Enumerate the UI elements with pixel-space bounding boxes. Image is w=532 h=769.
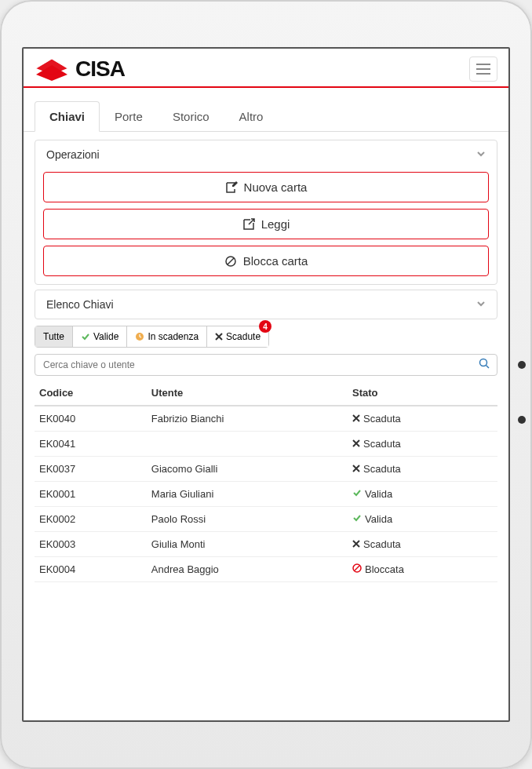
tab-altro[interactable]: Altro (224, 101, 279, 132)
cell-status: Scaduta (348, 457, 497, 482)
svg-point-3 (480, 359, 487, 366)
filter-tutte[interactable]: Tutte (35, 326, 73, 347)
col-codice: Codice (35, 381, 147, 406)
svg-line-1 (228, 258, 234, 264)
x-icon (352, 438, 360, 450)
open-icon (242, 218, 255, 231)
x-icon (352, 413, 360, 425)
cell-status: Scaduta (348, 406, 497, 432)
filter-scadute[interactable]: Scadute4 (207, 326, 268, 347)
cell-code: EK0001 (35, 482, 147, 507)
app-header: CISA (24, 49, 508, 88)
filter-valide[interactable]: Valide (73, 326, 127, 347)
main-tabs: ChiaviPorteStoricoAltro (24, 88, 508, 132)
cell-status: Valida (348, 482, 497, 507)
keys-list-panel: Elenco Chiavi TutteValideIn scadenzaScad… (35, 290, 497, 582)
filter-group: TutteValideIn scadenzaScadute4 (35, 326, 269, 348)
check-icon (352, 488, 362, 500)
cell-status: Scaduta (348, 532, 497, 557)
cell-user: Maria Giuliani (147, 482, 348, 507)
brand-logo: CISA (35, 56, 125, 82)
search-input[interactable] (35, 354, 497, 376)
edit-icon (225, 181, 238, 194)
cell-code: EK0041 (35, 432, 147, 457)
tab-storico[interactable]: Storico (158, 101, 224, 132)
clock-amber-icon (135, 332, 144, 341)
x-icon (352, 538, 360, 550)
table-row[interactable]: EK0041Scaduta (35, 432, 497, 457)
tab-chiavi[interactable]: Chiavi (35, 101, 100, 132)
x-icon (352, 463, 360, 475)
table-row[interactable]: EK0040Fabrizio BianchiScaduta (35, 406, 497, 432)
keys-table: CodiceUtenteStato EK0040Fabrizio Bianchi… (35, 381, 497, 582)
tab-porte[interactable]: Porte (100, 101, 158, 132)
chevron-down-icon (476, 149, 486, 161)
filter-in-scadenza[interactable]: In scadenza (127, 326, 207, 347)
cell-user (147, 432, 348, 457)
cell-user: Paolo Rossi (147, 507, 348, 532)
cell-user: Giulia Monti (147, 532, 348, 557)
cell-code: EK0003 (35, 532, 147, 557)
keys-list-title: Elenco Chiavi (46, 298, 114, 311)
operations-header[interactable]: Operazioni (35, 140, 497, 169)
nuova-carta-button[interactable]: Nuova carta (43, 172, 489, 202)
table-row[interactable]: EK0002Paolo RossiValida (35, 507, 497, 532)
cell-user: Fabrizio Bianchi (147, 406, 348, 432)
block-icon (224, 255, 237, 268)
col-stato: Stato (348, 381, 497, 406)
check-icon (352, 513, 362, 525)
svg-line-4 (486, 366, 490, 369)
cell-code: EK0040 (35, 406, 147, 432)
cell-status: Valida (348, 507, 497, 532)
x-dark-icon (215, 333, 223, 341)
table-row[interactable]: EK0003Giulia MontiScaduta (35, 532, 497, 557)
svg-line-6 (355, 566, 359, 570)
cell-status: Bloccata (348, 557, 497, 582)
check-green-icon (81, 332, 90, 341)
cell-user: Andrea Baggio (147, 557, 348, 582)
cell-status: Scaduta (348, 432, 497, 457)
block-icon (352, 563, 362, 575)
col-utente: Utente (147, 381, 348, 406)
chevron-down-icon (476, 299, 486, 311)
filter-badge: 4 (259, 320, 271, 333)
cell-code: EK0002 (35, 507, 147, 532)
brand-name: CISA (75, 56, 125, 82)
operations-title: Operazioni (46, 148, 100, 161)
table-row[interactable]: EK0004Andrea BaggioBloccata (35, 557, 497, 582)
table-row[interactable]: EK0037Giacomo GialliScaduta (35, 457, 497, 482)
logo-icon (35, 57, 69, 81)
operations-panel: Operazioni Nuova cartaLeggiBlocca carta (35, 140, 497, 285)
cell-code: EK0037 (35, 457, 147, 482)
keys-list-header[interactable]: Elenco Chiavi (35, 290, 497, 319)
menu-button[interactable] (469, 56, 497, 82)
cell-user: Giacomo Gialli (147, 457, 348, 482)
table-row[interactable]: EK0001Maria GiulianiValida (35, 482, 497, 507)
search-icon[interactable] (479, 358, 490, 372)
cell-code: EK0004 (35, 557, 147, 582)
blocca-carta-button[interactable]: Blocca carta (43, 246, 489, 276)
leggi-button[interactable]: Leggi (43, 209, 489, 239)
